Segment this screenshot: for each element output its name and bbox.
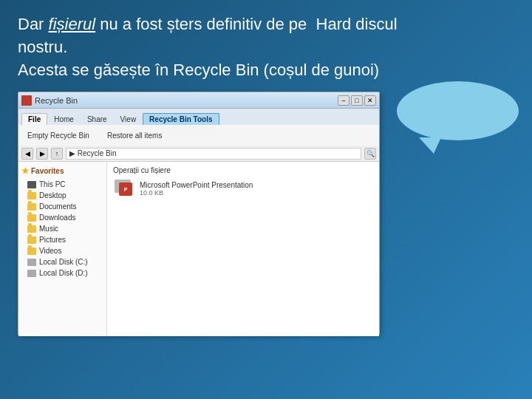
ribbon-content: Empty Recycle Bin Restore all items — [18, 125, 379, 146]
sidebar-item-videos[interactable]: Videos — [21, 245, 103, 256]
disk-icon-d — [27, 270, 36, 277]
ribbon-btn-restore[interactable]: Restore all items — [104, 130, 165, 141]
address-path[interactable]: ▶ Recycle Bin — [66, 148, 361, 160]
file-name: Microsoft PowerPoint Presentation — [140, 181, 253, 189]
ppt-icon: P — [119, 183, 132, 196]
address-bar: ◀ ▶ ↑ ▶ Recycle Bin 🔍 — [18, 146, 379, 162]
tab-share[interactable]: Share — [81, 113, 114, 125]
folder-icon-documents — [27, 203, 36, 211]
italic-word: fișierul — [49, 15, 96, 33]
folder-icon-videos — [27, 248, 36, 255]
maximize-button[interactable]: □ — [351, 95, 363, 106]
tab-view[interactable]: View — [114, 113, 143, 125]
sidebar-item-downloads[interactable]: Downloads — [21, 212, 103, 223]
folder-icon-pictures — [27, 236, 36, 244]
sidebar-item-music[interactable]: Music — [21, 223, 103, 234]
explorer-window: Recycle Bin – □ ✕ File Home Share View R… — [18, 92, 380, 335]
star-icon: ★ — [21, 166, 29, 176]
favorites-section: ★ Favorites — [21, 166, 103, 176]
tab-file[interactable]: File — [21, 113, 47, 125]
file-section-label: Operații cu fișiere — [113, 166, 373, 174]
folder-icon-downloads — [27, 214, 36, 222]
folder-icon-music — [27, 225, 36, 233]
window-controls: – □ ✕ — [338, 95, 376, 106]
recycle-bin-title-icon — [21, 95, 32, 106]
main-panel: Operații cu fișiere P Microsoft PowerPoi… — [107, 162, 379, 336]
sidebar-item-localc[interactable]: Local Disk (C:) — [21, 256, 103, 267]
ribbon-tabs: File Home Share View Recycle Bin Tools — [18, 109, 379, 125]
sidebar-item-documents[interactable]: Documents — [21, 201, 103, 212]
sidebar: ★ Favorites This PC Desktop Documents — [18, 162, 107, 336]
folder-icon-desktop — [27, 192, 36, 200]
sidebar-item-thispc[interactable]: This PC — [21, 179, 103, 190]
sidebar-item-locald[interactable]: Local Disk (D:) — [21, 267, 103, 279]
content-area: ★ Favorites This PC Desktop Documents — [18, 162, 379, 336]
sidebar-item-desktop[interactable]: Desktop — [21, 190, 103, 201]
disk-icon-c — [27, 259, 36, 266]
ribbon-btn-empty[interactable]: Empty Recycle Bin — [24, 130, 92, 141]
file-icon-group: P — [115, 180, 135, 197]
file-item[interactable]: P Microsoft PowerPoint Presentation 10.0… — [113, 177, 373, 200]
file-info: Microsoft PowerPoint Presentation 10.0 K… — [140, 181, 253, 197]
file-size: 10.0 KB — [140, 189, 253, 197]
sidebar-item-pictures[interactable]: Pictures — [21, 234, 103, 245]
up-button[interactable]: ↑ — [51, 148, 63, 160]
close-button[interactable]: ✕ — [364, 95, 376, 106]
forward-button[interactable]: ▶ — [36, 148, 48, 160]
tab-home[interactable]: Home — [47, 113, 81, 125]
tab-manage[interactable]: Recycle Bin Tools — [143, 113, 219, 125]
speech-bubble — [397, 81, 519, 140]
back-button[interactable]: ◀ — [21, 148, 33, 160]
search-button[interactable]: 🔍 — [364, 148, 376, 160]
minimize-button[interactable]: – — [338, 95, 349, 106]
title-bar: Recycle Bin – □ ✕ — [18, 92, 379, 109]
slide-title: Dar fișierul nu a fost șters definitiv d… — [18, 13, 514, 81]
pc-icon — [27, 181, 36, 188]
title-bar-text: Recycle Bin — [35, 96, 338, 105]
slide-container: Dar fișierul nu a fost șters definitiv d… — [0, 0, 532, 399]
